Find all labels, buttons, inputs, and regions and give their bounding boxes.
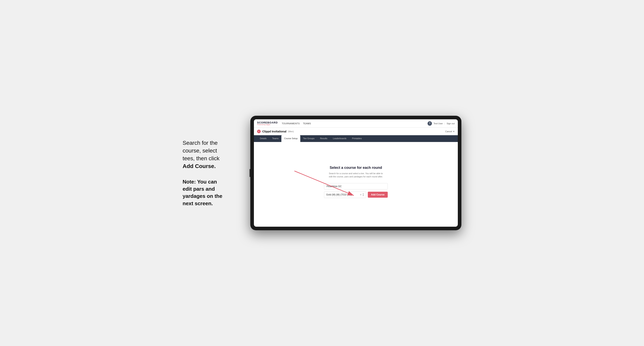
tournament-title-group: C Clippd Invitational (Men) — [257, 130, 294, 133]
tab-details[interactable]: Details — [257, 135, 270, 142]
top-nav-right: T Test User | Sign out — [428, 121, 454, 126]
tab-tee-groups[interactable]: Tee Groups — [300, 135, 317, 142]
tab-results[interactable]: Results — [317, 135, 330, 142]
tab-leaderboards[interactable]: Leaderboards — [330, 135, 349, 142]
section-description: Search for a course and select a tee. Yo… — [328, 172, 384, 178]
form-area: Gold (M) (M) (7010 yds) ✕ ▲ ▼ Add Course — [324, 183, 388, 198]
separator: | — [444, 122, 445, 125]
tabs-bar: Details Teams Course Setup Tee Groups Re… — [254, 135, 458, 142]
tee-select-controls: ✕ ▲ ▼ — [360, 193, 364, 196]
instruction-bold: Add Course. — [182, 163, 216, 169]
nav-teams[interactable]: TEAMS — [303, 122, 311, 125]
tournament-name: Clippd Invitational — [262, 130, 286, 133]
tablet-side-button — [250, 169, 250, 177]
logo-subtitle: Powered by clippd — [257, 124, 278, 126]
clear-tee-button[interactable]: ✕ — [360, 194, 362, 196]
instruction-text: Search for thecourse, selecttees, then c… — [182, 139, 238, 170]
tee-select-row: Gold (M) (M) (7010 yds) ✕ ▲ ▼ Add Course — [324, 191, 388, 198]
tab-course-setup[interactable]: Course Setup — [282, 135, 300, 142]
tab-printables[interactable]: Printables — [349, 135, 364, 142]
tournament-badge: (Men) — [288, 130, 294, 133]
main-content: Select a course for each round Search fo… — [254, 142, 458, 221]
instructions-panel: Search for thecourse, selecttees, then c… — [182, 139, 238, 207]
cancel-button[interactable]: Cancel ✕ — [445, 130, 454, 133]
nav-tournaments[interactable]: TOURNAMENTS — [282, 122, 300, 125]
note-block: Note: You can edit pars and yardages on … — [182, 178, 238, 207]
tablet-frame: SCOREBOARD Powered by clippd TOURNAMENTS… — [250, 116, 462, 230]
chevron-up-icon[interactable]: ▲ — [362, 193, 364, 195]
signout-link[interactable]: Sign out — [447, 122, 454, 125]
tab-teams[interactable]: Teams — [270, 135, 282, 142]
section-title: Select a course for each round — [330, 166, 382, 170]
tablet-screen: SCOREBOARD Powered by clippd TOURNAMENTS… — [254, 119, 458, 227]
tablet-wrapper: SCOREBOARD Powered by clippd TOURNAMENTS… — [250, 116, 462, 230]
top-nav: SCOREBOARD Powered by clippd TOURNAMENTS… — [254, 119, 458, 128]
tee-select-value: Gold (M) (M) (7010 yds) — [326, 193, 360, 196]
chevron-down-icon[interactable]: ▼ — [362, 195, 364, 196]
page-wrapper: Search for thecourse, selecttees, then c… — [182, 116, 462, 230]
user-avatar: T — [428, 121, 432, 126]
top-nav-left: SCOREBOARD Powered by clippd TOURNAMENTS… — [257, 121, 311, 126]
note-text: Note: You can edit pars and yardages on … — [182, 178, 238, 207]
chevron-buttons: ▲ ▼ — [362, 193, 364, 196]
top-nav-links: TOURNAMENTS TEAMS — [282, 122, 311, 125]
tournament-header: C Clippd Invitational (Men) Cancel ✕ — [254, 128, 458, 135]
user-name: Test User — [434, 122, 443, 125]
tournament-icon: C — [257, 130, 261, 133]
add-course-button[interactable]: Add Course — [368, 192, 388, 198]
tee-select-wrapper[interactable]: Gold (M) (M) (7010 yds) ✕ ▲ ▼ — [324, 191, 366, 198]
logo: SCOREBOARD Powered by clippd — [257, 121, 278, 126]
course-search-input[interactable] — [324, 183, 388, 189]
